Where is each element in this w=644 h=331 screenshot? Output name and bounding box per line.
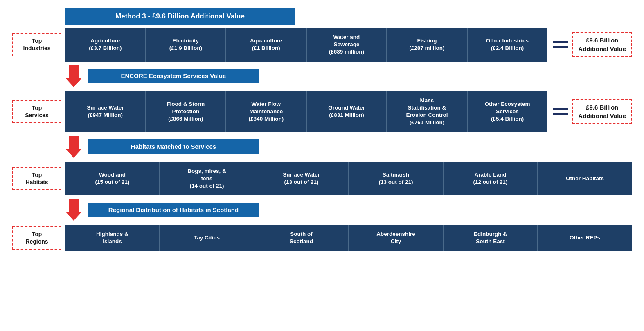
industries-value-box: £9.6 BillionAdditional Value	[572, 32, 632, 57]
industries-cells: Agriculture(£3.7 Billion) Electricity(£1…	[65, 28, 547, 62]
service-cell-flood: Flood & StormProtection(£866 Million)	[146, 91, 227, 132]
industries-label: TopIndustries	[12, 33, 61, 56]
habitat-cell-arable: Arable Land(12 out of 21)	[444, 162, 538, 196]
arrow-section-3: Regional Distribution of Habitats in Sco…	[12, 199, 632, 221]
habitats-label: TopHabitats	[12, 167, 61, 190]
regional-distribution-banner: Regional Distribution of Habitats in Sco…	[88, 203, 259, 217]
services-cells: Surface Water(£947 Million) Flood & Stor…	[65, 91, 547, 132]
habitat-cell-surface-water: Surface Water(13 out of 21)	[254, 162, 349, 196]
red-arrow-2	[65, 136, 82, 158]
regions-label: TopRegions	[12, 226, 61, 249]
equals-bar-top	[553, 41, 568, 43]
equals-icon-industries	[553, 37, 568, 52]
region-cell-south: South ofScotland	[254, 225, 349, 251]
habitat-cell-saltmarsh: Saltmarsh(13 out of 21)	[349, 162, 444, 196]
region-cell-other: Other REPs	[538, 225, 632, 251]
equals-bar-top-2	[553, 108, 568, 110]
industry-cell-water-sewerage: Water andSewerage(£689 million)	[307, 28, 387, 62]
services-right: £9.6 BillionAdditional Value	[553, 99, 632, 124]
region-cell-edinburgh: Edinburgh &South East	[444, 225, 538, 251]
arrow-section-1: ENCORE Ecosystem Services Value	[12, 65, 632, 87]
region-cell-aberdeenshire: AberdeenshireCity	[349, 225, 444, 251]
habitat-cell-woodland: Woodland(15 out of 21)	[65, 162, 160, 196]
red-arrow-3	[65, 199, 82, 221]
habitat-cell-bogs: Bogs, mires, &fens(14 out of 21)	[160, 162, 254, 196]
industries-right: £9.6 BillionAdditional Value	[553, 32, 632, 57]
service-cell-ground-water: Ground Water(£831 Million)	[307, 91, 387, 132]
service-cell-other: Other EcosystemServices(£5.4 Billion)	[468, 91, 547, 132]
service-cell-surface-water: Surface Water(£947 Million)	[65, 91, 146, 132]
arrow-head-3	[65, 212, 82, 221]
service-cell-water-flow: Water FlowMaintenance(£840 Million)	[226, 91, 307, 132]
habitat-cell-other: Other Habitats	[538, 162, 632, 196]
services-row: TopServices Surface Water(£947 Million) …	[12, 91, 632, 132]
header-banner: Method 3 - £9.6 Billion Additional Value	[65, 8, 295, 25]
arrow-section-2: Habitats Matched to Services	[12, 136, 632, 158]
arrow-shaft-2	[69, 136, 79, 149]
industry-cell-other: Other Industries(£2.4 Billion)	[468, 28, 547, 62]
equals-bar-bottom-2	[553, 113, 568, 115]
arrow-shaft-1	[69, 65, 79, 78]
industry-cell-agriculture: Agriculture(£3.7 Billion)	[65, 28, 146, 62]
arrow-head-2	[65, 149, 82, 158]
arrow-banner-2: Habitats Matched to Services	[65, 136, 259, 158]
habitats-row: TopHabitats Woodland(15 out of 21) Bogs,…	[12, 162, 632, 196]
region-cell-highlands: Highlands &Islands	[65, 225, 160, 251]
habitats-matched-banner: Habitats Matched to Services	[88, 139, 259, 154]
regions-row: TopRegions Highlands &Islands Tay Cities…	[12, 225, 632, 251]
regions-cells: Highlands &Islands Tay Cities South ofSc…	[65, 225, 632, 251]
red-arrow-1	[65, 65, 82, 87]
equals-icon-services	[553, 104, 568, 119]
encore-banner: ENCORE Ecosystem Services Value	[88, 69, 259, 83]
arrow-head-1	[65, 78, 82, 87]
industry-cell-fishing: Fishing(£287 million)	[387, 28, 468, 62]
arrow-banner-1: ENCORE Ecosystem Services Value	[65, 65, 259, 87]
service-cell-mass-stabilisation: MassStabilisation &Erosion Control(£761 …	[387, 91, 468, 132]
industries-row: TopIndustries Agriculture(£3.7 Billion) …	[12, 28, 632, 62]
main-container: Method 3 - £9.6 Billion Additional Value…	[12, 8, 632, 251]
arrow-shaft-3	[69, 199, 79, 212]
industry-cell-electricity: Electricity(£1.9 Billion)	[146, 28, 227, 62]
services-label: TopServices	[12, 100, 61, 123]
industry-cell-aquaculture: Aquaculture(£1 Billion)	[226, 28, 307, 62]
region-cell-tay: Tay Cities	[160, 225, 254, 251]
arrow-banner-3: Regional Distribution of Habitats in Sco…	[65, 199, 259, 221]
equals-bar-bottom	[553, 46, 568, 48]
habitats-cells: Woodland(15 out of 21) Bogs, mires, &fen…	[65, 162, 632, 196]
services-value-box: £9.6 BillionAdditional Value	[572, 99, 632, 124]
